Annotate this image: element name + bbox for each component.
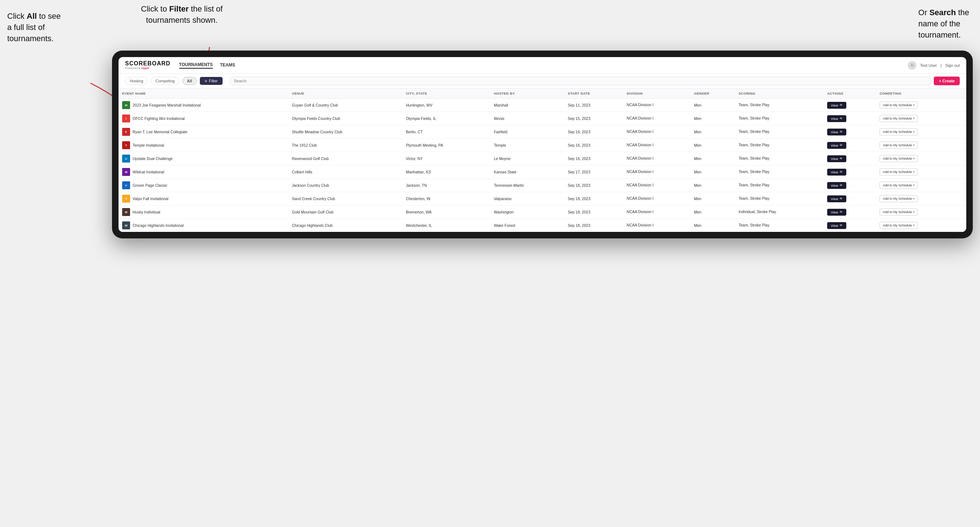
cell-hosted-by: Marshall bbox=[490, 98, 565, 112]
eye-icon: 👁 bbox=[840, 143, 843, 147]
cell-competing: Add to My Schedule + bbox=[876, 152, 966, 165]
logo-brand: clppd bbox=[141, 67, 148, 70]
event-name-text: Grover Page Classic bbox=[133, 183, 167, 187]
cell-hosted-by: Temple bbox=[490, 139, 565, 152]
cell-division: NCAA Division I bbox=[623, 179, 690, 192]
cell-scoring: Team, Stroke Play bbox=[735, 139, 824, 152]
cell-scoring: Team, Stroke Play bbox=[735, 192, 824, 206]
view-button[interactable]: View 👁 bbox=[827, 115, 846, 122]
cell-actions: View 👁 bbox=[824, 152, 876, 165]
annotation-top-center: Click to Filter the list oftournaments s… bbox=[141, 3, 223, 26]
tablet-frame: SCOREBOARD Powered by clppd TOURNAMENTS … bbox=[112, 51, 973, 238]
cell-gender: Men bbox=[690, 192, 735, 206]
add-to-schedule-button[interactable]: Add to My Schedule + bbox=[880, 208, 918, 216]
cell-actions: View 👁 bbox=[824, 179, 876, 192]
view-button[interactable]: View 👁 bbox=[827, 102, 846, 109]
cell-start-date: Sep 17, 2023 bbox=[564, 165, 623, 179]
cell-actions: View 👁 bbox=[824, 192, 876, 206]
nav-teams[interactable]: TEAMS bbox=[220, 62, 235, 68]
tab-hosting[interactable]: Hosting bbox=[125, 77, 148, 85]
col-start-date: START DATE bbox=[564, 89, 623, 98]
table-row: W Wildcat Invitational Colbert Hills Man… bbox=[119, 165, 966, 179]
annotation-top-left: Click All to seea full list oftournament… bbox=[7, 11, 61, 44]
add-to-schedule-button[interactable]: Add to My Schedule + bbox=[880, 115, 918, 122]
team-logo: T bbox=[122, 141, 130, 149]
add-to-schedule-button[interactable]: Add to My Schedule + bbox=[880, 222, 918, 229]
view-button[interactable]: View 👁 bbox=[827, 169, 846, 176]
event-name-text: Upstate Dual Challenge bbox=[133, 156, 173, 161]
col-event-name: EVENT NAME bbox=[119, 89, 288, 98]
team-logo: V bbox=[122, 181, 130, 189]
cell-division: NCAA Division I bbox=[623, 152, 690, 165]
table-row: W Husky Individual Gold Mountain Golf Cl… bbox=[119, 206, 966, 219]
cell-city-state: Bremerton, WA bbox=[402, 206, 490, 219]
cell-venue: Ravenwood Golf Club bbox=[288, 152, 402, 165]
cell-venue: Gold Mountain Golf Club bbox=[288, 206, 402, 219]
cell-hosted-by: Tennessee-Martin bbox=[490, 179, 565, 192]
tab-competing[interactable]: Competing bbox=[151, 77, 179, 85]
tab-all[interactable]: All bbox=[183, 77, 197, 85]
logo-text: SCOREBOARD bbox=[125, 61, 170, 67]
event-name-text: Chicago Highlands Invitational bbox=[133, 223, 184, 227]
add-to-schedule-button[interactable]: Add to My Schedule + bbox=[880, 141, 918, 149]
cell-competing: Add to My Schedule + bbox=[876, 98, 966, 112]
view-button[interactable]: View 👁 bbox=[827, 155, 846, 162]
view-button[interactable]: View 👁 bbox=[827, 222, 846, 229]
add-to-schedule-button[interactable]: Add to My Schedule + bbox=[880, 102, 918, 109]
team-logo: W bbox=[122, 208, 130, 216]
team-logo: W bbox=[122, 168, 130, 176]
eye-icon: 👁 bbox=[840, 197, 843, 200]
event-name-text: Ryan T. Lee Memorial Collegiate bbox=[133, 130, 188, 134]
user-avatar: U bbox=[908, 61, 916, 70]
view-button[interactable]: View 👁 bbox=[827, 129, 846, 135]
cell-hosted-by: Washington bbox=[490, 206, 565, 219]
cell-event-name: W Wildcat Invitational bbox=[119, 165, 288, 179]
tournaments-table: EVENT NAME VENUE CITY, STATE HOSTED BY S… bbox=[119, 89, 966, 232]
user-name: Test User bbox=[920, 63, 937, 68]
table-body: M 2023 Joe Feaganes Marshall Invitationa… bbox=[119, 98, 966, 232]
cell-venue: Jackson Country Club bbox=[288, 179, 402, 192]
cell-scoring: Team, Stroke Play bbox=[735, 152, 824, 165]
add-to-schedule-button[interactable]: Add to My Schedule + bbox=[880, 168, 918, 176]
sign-out-link[interactable]: Sign out bbox=[945, 63, 960, 68]
cell-event-name: F Ryan T. Lee Memorial Collegiate bbox=[119, 125, 288, 139]
add-to-schedule-button[interactable]: Add to My Schedule + bbox=[880, 155, 918, 162]
eye-icon: 👁 bbox=[840, 157, 843, 160]
cell-scoring: Team, Stroke Play bbox=[735, 125, 824, 139]
cell-event-name: V Valpo Fall Invitational bbox=[119, 192, 288, 206]
cell-competing: Add to My Schedule + bbox=[876, 206, 966, 219]
view-button[interactable]: View 👁 bbox=[827, 142, 846, 149]
cell-division: NCAA Division I bbox=[623, 165, 690, 179]
cell-city-state: Jackson, TN bbox=[402, 179, 490, 192]
cell-gender: Men bbox=[690, 165, 735, 179]
cell-division: NCAA Division I bbox=[623, 192, 690, 206]
cell-competing: Add to My Schedule + bbox=[876, 179, 966, 192]
main-nav: TOURNAMENTS TEAMS bbox=[179, 62, 235, 68]
cell-division: NCAA Division I bbox=[623, 98, 690, 112]
cell-city-state: Chesterton, IN bbox=[402, 192, 490, 206]
table-row: U Upstate Dual Challenge Ravenwood Golf … bbox=[119, 152, 966, 165]
filter-label: Filter bbox=[209, 79, 218, 83]
table-row: M 2023 Joe Feaganes Marshall Invitationa… bbox=[119, 98, 966, 112]
filter-button[interactable]: ≡ Filter bbox=[200, 77, 223, 85]
create-button[interactable]: + Create bbox=[934, 76, 960, 85]
col-city-state: CITY, STATE bbox=[402, 89, 490, 98]
cell-gender: Men bbox=[690, 179, 735, 192]
annotation-top-right: Or Search thename of thetournament. bbox=[918, 7, 969, 40]
add-to-schedule-button[interactable]: Add to My Schedule + bbox=[880, 182, 918, 189]
cell-division: NCAA Division I bbox=[623, 219, 690, 232]
cell-actions: View 👁 bbox=[824, 165, 876, 179]
view-button[interactable]: View 👁 bbox=[827, 209, 846, 216]
cell-venue: Colbert Hills bbox=[288, 165, 402, 179]
cell-event-name: I OFCC Fighting Illini Invitational bbox=[119, 112, 288, 125]
logo-powered: Powered by clppd bbox=[125, 67, 170, 70]
cell-start-date: Sep 18, 2023 bbox=[564, 206, 623, 219]
search-input[interactable] bbox=[230, 76, 931, 85]
nav-tournaments[interactable]: TOURNAMENTS bbox=[179, 62, 213, 68]
view-button[interactable]: View 👁 bbox=[827, 182, 846, 189]
event-name-text: OFCC Fighting Illini Invitational bbox=[133, 116, 185, 121]
add-to-schedule-button[interactable]: Add to My Schedule + bbox=[880, 128, 918, 135]
cell-venue: Sand Creek Country Club bbox=[288, 192, 402, 206]
add-to-schedule-button[interactable]: Add to My Schedule + bbox=[880, 195, 918, 202]
view-button[interactable]: View 👁 bbox=[827, 195, 846, 202]
